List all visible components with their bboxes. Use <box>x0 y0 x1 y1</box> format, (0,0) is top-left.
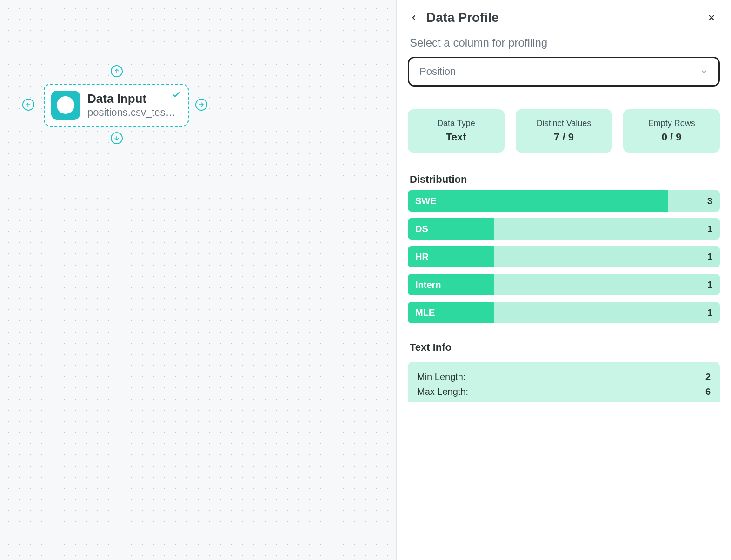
node-text: Data Input positions.csv_tes… <box>87 92 181 118</box>
distribution-bar: MLE1 <box>408 302 720 323</box>
stat-label: Empty Rows <box>628 119 715 128</box>
bar-fill <box>408 190 668 212</box>
stat-card-empty: Empty Rows 0 / 9 <box>623 109 720 153</box>
node-data-input[interactable]: Data Input positions.csv_tes… <box>44 84 189 127</box>
text-info-label: Min Length: <box>417 369 466 384</box>
bar-label: HR <box>415 252 429 262</box>
close-button[interactable] <box>705 11 718 24</box>
distribution-chart: SWE3DS1HR1Intern1MLE1 <box>397 190 731 333</box>
text-info-heading: Text Info <box>397 333 731 358</box>
node-port-left[interactable] <box>22 99 34 111</box>
bar-label: MLE <box>415 307 435 318</box>
profile-panel: Data Profile Select a column for profili… <box>396 0 731 560</box>
bar-count: 3 <box>707 196 712 207</box>
stat-card-distinct: Distinct Values 7 / 9 <box>516 109 612 153</box>
bar-label: Intern <box>415 280 441 290</box>
bar-label: SWE <box>415 196 437 207</box>
distribution-bar: HR1 <box>408 246 720 267</box>
stat-value: 7 / 9 <box>520 131 608 143</box>
node-port-top[interactable] <box>111 65 123 77</box>
text-info-value: 6 <box>705 384 711 399</box>
back-button[interactable] <box>408 12 420 24</box>
bar-count: 1 <box>707 280 712 290</box>
column-select-label: Select a column for profiling <box>397 30 731 49</box>
stat-value: 0 / 9 <box>628 131 715 143</box>
chevron-down-icon <box>700 67 708 76</box>
node-type-icon <box>51 91 80 120</box>
distribution-bar: Intern1 <box>408 274 720 295</box>
check-icon <box>171 89 181 101</box>
column-selector-value: Position <box>419 66 456 78</box>
stat-value: Text <box>412 131 500 143</box>
arrow-left-icon <box>25 101 32 108</box>
distribution-bar: DS1 <box>408 218 720 240</box>
bar-label: DS <box>415 224 428 234</box>
canvas[interactable]: Data Input positions.csv_tes… <box>0 0 396 560</box>
node-container: Data Input positions.csv_tes… <box>19 65 214 144</box>
text-info-label: Max Length: <box>417 384 468 399</box>
text-info-value: 2 <box>705 369 711 384</box>
chevron-left-icon <box>410 13 418 22</box>
node-port-right[interactable] <box>195 99 207 111</box>
bar-count: 1 <box>707 307 712 318</box>
text-info-row-min: Min Length: 2 <box>417 369 711 384</box>
stat-label: Distinct Values <box>520 119 608 128</box>
panel-title: Data Profile <box>426 10 499 25</box>
arrow-up-icon <box>113 68 120 74</box>
bar-count: 1 <box>707 224 712 234</box>
close-icon <box>707 13 716 22</box>
stat-card-data-type: Data Type Text <box>408 109 505 153</box>
bar-count: 1 <box>707 252 712 262</box>
arrow-right-icon <box>198 101 205 108</box>
text-info-box: Min Length: 2 Max Length: 6 <box>408 362 720 402</box>
distribution-bar: SWE3 <box>408 190 720 212</box>
panel-header: Data Profile <box>397 0 731 30</box>
column-selector[interactable]: Position <box>408 57 720 87</box>
text-info-row-max: Max Length: 6 <box>417 384 711 399</box>
node-title: Data Input <box>87 92 181 106</box>
stat-cards: Data Type Text Distinct Values 7 / 9 Emp… <box>397 97 731 165</box>
arrow-down-icon <box>113 135 120 141</box>
circle-icon <box>57 96 74 114</box>
stat-label: Data Type <box>412 119 500 128</box>
distribution-heading: Distribution <box>397 165 731 190</box>
node-subtitle: positions.csv_tes… <box>87 107 181 119</box>
node-port-bottom[interactable] <box>111 132 123 144</box>
